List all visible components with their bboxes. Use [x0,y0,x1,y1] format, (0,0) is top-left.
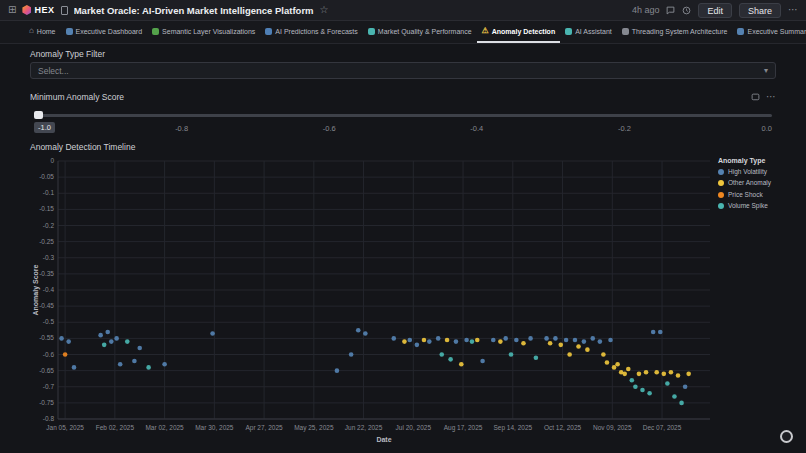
svg-text:-0.45: -0.45 [39,302,54,309]
legend-swatch [718,192,724,198]
comments-icon[interactable] [666,6,675,15]
svg-text:Aug 17, 2025: Aug 17, 2025 [444,424,483,432]
anomaly-type-filter: Anomaly Type Filter Select... ▾ [30,49,776,79]
tab-label: AI Predictions & Forecasts [275,28,357,35]
chevron-down-icon: ▾ [764,66,768,75]
legend-label: Volume Spike [728,202,768,209]
forecast-icon [265,28,272,35]
svg-text:Mar 30, 2025: Mar 30, 2025 [195,424,234,431]
edit-button[interactable]: Edit [698,3,732,18]
select-placeholder: Select... [38,66,764,76]
svg-text:-0.25: -0.25 [39,238,54,245]
slider-track[interactable] [34,114,772,117]
svg-text:Dec 07, 2025: Dec 07, 2025 [643,424,682,431]
svg-text:Sep 14, 2025: Sep 14, 2025 [493,424,532,432]
chart-title: Anomaly Detection Timeline [30,142,776,152]
svg-text:Mar 02, 2025: Mar 02, 2025 [145,424,184,431]
svg-text:-0.7: -0.7 [43,383,55,390]
quality-icon [368,28,375,35]
svg-text:-0.75: -0.75 [39,399,54,406]
svg-text:-0.35: -0.35 [39,270,54,277]
tab-label: Executive Dashboard [76,28,143,35]
share-button[interactable]: Share [739,3,781,18]
slider-value-chip: -1.0 [34,122,55,133]
project-icon [61,6,68,15]
svg-text:-0.6: -0.6 [43,351,55,358]
layers-icon [152,28,159,35]
legend-title: Anomaly Type [718,157,776,164]
slider-tick-label: -0.8 [175,124,188,133]
svg-text:-0.4: -0.4 [43,286,55,293]
svg-text:-0.15: -0.15 [39,205,54,212]
summary-icon [737,28,744,35]
slider-tick-label: -0.6 [323,124,336,133]
cell-more-icon[interactable]: ⋯ [766,92,776,102]
svg-text:-0.1: -0.1 [43,189,55,196]
legend-entry: Price Shock [718,191,776,198]
anomaly-type-filter-label: Anomaly Type Filter [30,49,776,59]
dashboard-icon [66,28,73,35]
svg-text:Feb 02, 2025: Feb 02, 2025 [96,424,135,431]
slider-handle[interactable] [34,111,43,119]
anomaly-type-select[interactable]: Select... ▾ [30,62,776,79]
svg-text:Oct 12, 2025: Oct 12, 2025 [544,424,582,431]
svg-text:-0.05: -0.05 [39,173,54,180]
threading-icon [622,28,629,35]
tab-bar: ⌂HomeExecutive DashboardSemantic Layer V… [0,21,806,44]
tab-semantic-layer-visualizations[interactable]: Semantic Layer Visualizations [147,21,260,43]
star-icon[interactable]: ☆ [320,5,329,15]
svg-text:May 25, 2025: May 25, 2025 [294,424,334,432]
svg-text:Apr 27, 2025: Apr 27, 2025 [245,424,283,432]
tab-threading-system-architecture[interactable]: Threading System Architecture [617,21,733,43]
assistant-icon [565,28,572,35]
svg-text:Date: Date [376,436,391,443]
legend-label: High Volatility [728,168,767,175]
last-edited-timestamp: 4h ago [632,5,660,15]
svg-text:-0.8: -0.8 [43,415,55,422]
legend-swatch [718,169,724,175]
tab-label: Executive Summary [747,28,806,35]
svg-text:Nov 09, 2025: Nov 09, 2025 [593,424,632,431]
tab-label: Market Quality & Performance [378,28,472,35]
tab-ai-assistant[interactable]: AI Assistant [560,21,617,43]
apps-grid-icon[interactable]: ⊞ [8,5,16,15]
svg-text:Anomaly Score: Anomaly Score [32,264,40,315]
slider-tick-label: -0.2 [618,124,631,133]
svg-text:-0.65: -0.65 [39,367,54,374]
history-icon[interactable] [682,6,691,15]
tab-label: Semantic Layer Visualizations [162,28,255,35]
legend-entry: High Volatility [718,168,776,175]
topbar: ⊞ HEX Market Oracle: AI-Driven Market In… [0,0,806,21]
more-menu-icon[interactable]: ⋯ [788,5,798,15]
hex-logo[interactable]: HEX [22,5,54,15]
legend-swatch [718,180,724,186]
tab-anomaly-detection[interactable]: ⚠Anomaly Detection [477,21,561,43]
tab-executive-dashboard[interactable]: Executive Dashboard [61,21,148,43]
tab-label: Anomaly Detection [492,28,555,35]
tab-executive-summary[interactable]: Executive Summary [732,21,806,43]
min-score-label: Minimum Anomaly Score [30,92,124,102]
svg-text:-0.2: -0.2 [43,222,55,229]
min-score-filter: Minimum Anomaly Score ⋯ -1.0 -0.8-0.6-0.… [30,88,776,136]
svg-text:Jun 22, 2025: Jun 22, 2025 [345,424,383,431]
tab-market-quality-performance[interactable]: Market Quality & Performance [363,21,477,43]
svg-text:-0.5: -0.5 [43,318,55,325]
svg-text:Jan 05, 2025: Jan 05, 2025 [46,424,84,431]
floating-assistant-button[interactable] [780,430,793,443]
hex-wordmark: HEX [34,5,54,15]
chart-legend: Anomaly Type High VolatilityOther Anomal… [718,157,776,214]
tab-ai-predictions-forecasts[interactable]: AI Predictions & Forecasts [260,21,362,43]
content-area: Anomaly Type Filter Select... ▾ Minimum … [0,44,806,453]
tab-label: Threading System Architecture [632,28,728,35]
legend-swatch [718,203,724,209]
svg-text:Jul 20, 2025: Jul 20, 2025 [396,424,432,431]
score-slider[interactable] [34,111,772,120]
legend-entry: Other Anomaly [718,179,776,186]
tab-label: AI Assistant [575,28,612,35]
tab-home[interactable]: ⌂Home [24,21,61,43]
page-title: Market Oracle: AI-Driven Market Intellig… [74,5,314,16]
anomaly-scatter-chart: 0-0.05-0.1-0.15-0.2-0.25-0.3-0.35-0.4-0.… [30,155,716,445]
cell-comment-icon[interactable] [751,88,760,106]
tab-label: Home [37,28,56,35]
slider-tick-label: -0.4 [470,124,483,133]
